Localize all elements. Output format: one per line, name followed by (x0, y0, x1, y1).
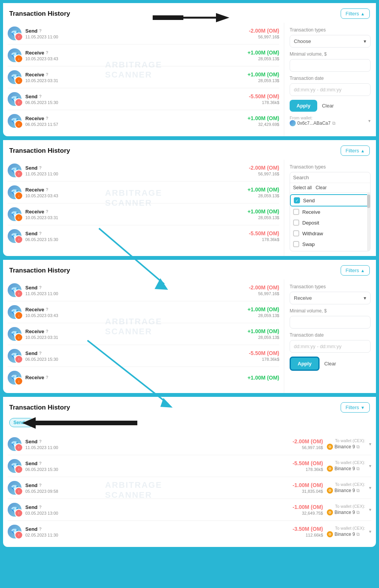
panel-2: Transaction History Filters ▲ ARBITRAGES… (3, 140, 376, 256)
filter-types-label-2: Transaction types (290, 164, 371, 170)
chevron-down-icon-tx[interactable]: ▾ (369, 507, 371, 512)
copy-icon[interactable]: ⧉ (332, 121, 336, 126)
tx-usd: 178.36k$ (249, 237, 279, 242)
wallet-col: To wallet (CEX): ⊙ Binance 9 ⧉ (327, 460, 365, 472)
tx-amount: -3.50M (OM) (293, 526, 323, 532)
to-wallet-val: ⊙ Binance 9 ⧉ (327, 531, 365, 537)
filters-button-1[interactable]: Filters ▲ (341, 8, 370, 19)
receive-badge: ↓ (15, 76, 23, 85)
chevron-down-icon-tx[interactable]: ▾ (369, 485, 371, 491)
select-all-button[interactable]: Select all (293, 185, 312, 190)
chevron-down-icon-tx[interactable]: ▾ (369, 463, 371, 469)
tx-usd: 28,059.13$ (247, 56, 279, 61)
receive-icon: 💎 ↓ (8, 327, 21, 341)
tx-date: 10.05.2023 03:31 (25, 215, 244, 220)
filter-minvol-label-3: Minimal volume, $ (290, 308, 371, 314)
question-icon[interactable]: ? (39, 483, 42, 487)
question-icon[interactable]: ? (39, 285, 42, 290)
checkbox-swap[interactable] (293, 241, 299, 247)
wallet-name: Binance 9 (335, 532, 355, 537)
filter-date-input[interactable] (290, 83, 371, 96)
tx-date: 10.05.2023 03:43 (25, 193, 244, 198)
table-row: 💎 ↑ Send ? 11.05.2023 11:00 -2.00M (OM) … (8, 23, 279, 45)
copy-icon[interactable]: ⧉ (356, 466, 360, 471)
scrollbar-thumb[interactable] (367, 195, 370, 208)
tx-amount: -5.50M (OM) (249, 230, 279, 236)
question-icon[interactable]: ? (39, 461, 42, 466)
copy-icon[interactable]: ⧉ (356, 444, 360, 449)
table-row: 💎 ↓ Receive ? 06.05.2023 11:57 +1.00M (O… (8, 110, 279, 132)
apply-button-3[interactable]: Apply (290, 357, 320, 371)
filter-minvol-input[interactable] (290, 59, 371, 72)
to-wallet-label: To wallet (CEX): (327, 460, 365, 465)
panel-3-header: Transaction History Filters ▲ (3, 260, 376, 279)
receive-icon: 💎 ↓ (8, 185, 21, 199)
question-icon[interactable]: ? (46, 209, 48, 214)
question-icon[interactable]: ? (39, 527, 42, 531)
copy-icon[interactable]: ⧉ (356, 532, 360, 537)
filters-button-2[interactable]: Filters ▲ (341, 145, 370, 156)
checkbox-withdraw[interactable] (293, 230, 299, 236)
panel-3: Transaction History Filters ▲ ARBITRAGES… (3, 260, 376, 393)
copy-icon[interactable]: ⧉ (356, 488, 360, 493)
filter-type-select-3[interactable]: Receive ▾ (290, 292, 371, 304)
tx-info: Receive ? 10.05.2023 03:43 (25, 50, 244, 61)
tx-date: 11.05.2023 11:00 (25, 172, 245, 176)
question-icon[interactable]: ? (46, 72, 48, 77)
tx-usd: 28,059.13$ (247, 313, 279, 318)
tx-type: Send ? (25, 461, 289, 466)
question-icon[interactable]: ? (46, 187, 48, 192)
filters-button-3[interactable]: Filters ▲ (341, 265, 370, 276)
question-icon[interactable]: ? (46, 116, 48, 121)
tx-date: 02.05.2023 11:30 (25, 533, 289, 537)
checkbox-send[interactable]: ✓ (294, 197, 300, 203)
chevron-down-icon-tx[interactable]: ▾ (369, 529, 371, 534)
tx-amount-col: -5.50M (OM) 178.36k$ (293, 460, 323, 472)
question-icon[interactable]: ? (46, 329, 48, 334)
checkbox-item-receive[interactable]: Receive (290, 206, 370, 217)
chevron-down-icon-tx[interactable]: ▾ (369, 441, 371, 447)
question-icon[interactable]: ? (46, 375, 48, 380)
filters-button-4[interactable]: Filters ▼ (341, 402, 370, 413)
wallet-address: 0x6c7...ABaCa7 (297, 121, 331, 126)
checkbox-receive[interactable] (293, 209, 299, 215)
checkbox-deposit[interactable] (293, 220, 299, 226)
tx-amount-col: -5.50M (OM) 178.36k$ (249, 93, 279, 105)
clear-button-3[interactable]: Clear (323, 357, 338, 371)
filter-minvol-input-3[interactable] (290, 316, 371, 329)
question-icon[interactable]: ? (39, 94, 42, 99)
checkbox-item-withdraw[interactable]: Withdraw (290, 228, 370, 239)
checkbox-item-swap[interactable]: Swap (290, 239, 370, 249)
filter-type-select-1[interactable]: Choose ▾ (290, 35, 371, 48)
receive-badge: ↓ (15, 55, 23, 63)
checkbox-label-send: Send (303, 198, 315, 203)
question-icon[interactable]: ? (39, 351, 42, 355)
tx-usd: 178.36k$ (249, 357, 279, 362)
question-icon[interactable]: ? (46, 307, 48, 312)
filters-label-1: Filters (346, 11, 359, 17)
apply-button-1[interactable]: Apply (290, 100, 317, 112)
question-icon[interactable]: ? (39, 28, 42, 33)
question-icon[interactable]: ? (46, 50, 48, 55)
copy-icon[interactable]: ⧉ (356, 510, 360, 515)
clear-inline-button[interactable]: Clear (316, 185, 327, 190)
svg-marker-1 (216, 13, 229, 22)
send-badge: ↑ (15, 487, 23, 496)
tx-amount: +1.00M (OM) (247, 306, 279, 312)
question-icon[interactable]: ? (39, 439, 42, 444)
clear-button-1[interactable]: Clear (320, 100, 335, 112)
tx-date: 06.05.2023 11:57 (25, 122, 244, 127)
checkbox-item-deposit[interactable]: Deposit (290, 217, 370, 228)
question-icon[interactable]: ? (39, 231, 42, 236)
type-search-input[interactable] (293, 175, 367, 180)
arrow-right-icon (153, 10, 229, 26)
tx-amount-col: -5.50M (OM) 178.36k$ (249, 350, 279, 362)
tx-amount: +1.00M (OM) (247, 208, 279, 215)
checkbox-item-send[interactable]: ✓ Send (290, 194, 370, 206)
question-icon[interactable]: ? (39, 165, 42, 170)
chevron-down-icon-wallet[interactable]: ▾ (368, 118, 371, 124)
filters-label-3: Filters (346, 268, 359, 273)
question-icon[interactable]: ? (39, 505, 42, 509)
filter-actions-1: Apply Clear (290, 100, 371, 112)
filter-date-input-3[interactable] (290, 340, 371, 353)
